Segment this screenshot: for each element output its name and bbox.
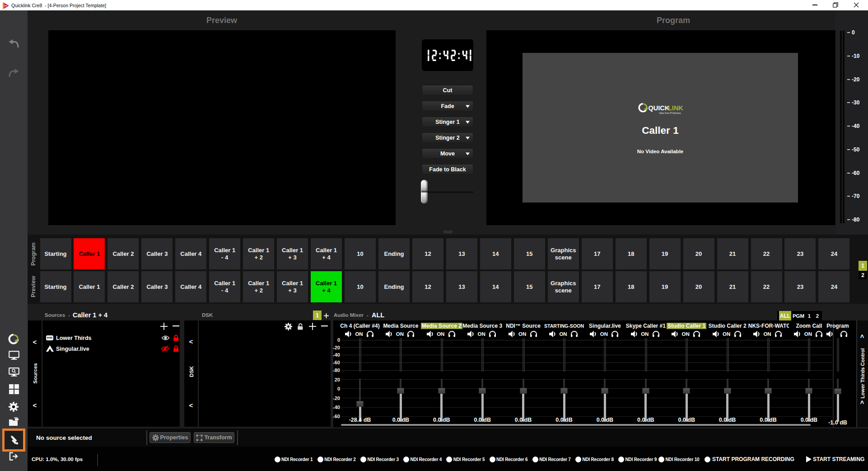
svg-text:Video Over IP Solutions: Video Over IP Solutions	[659, 112, 681, 114]
svg-text:cre8: cre8	[4, 5, 7, 7]
svg-text:LINK: LINK	[668, 104, 683, 112]
svg-text:QUICK: QUICK	[649, 104, 670, 112]
